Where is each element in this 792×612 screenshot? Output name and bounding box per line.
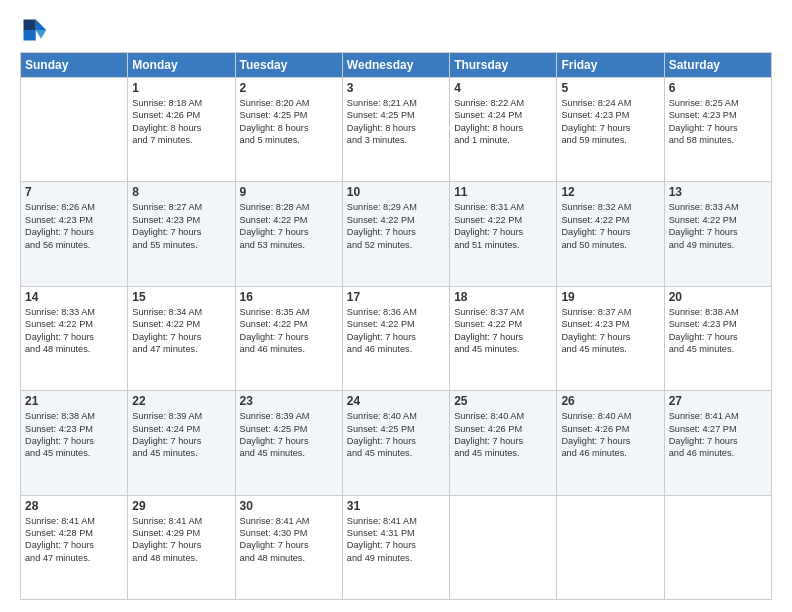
day-number: 9 [240, 185, 338, 199]
day-number: 8 [132, 185, 230, 199]
day-info: Sunrise: 8:35 AMSunset: 4:22 PMDaylight:… [240, 306, 338, 356]
calendar-cell: 14Sunrise: 8:33 AMSunset: 4:22 PMDayligh… [21, 286, 128, 390]
day-number: 10 [347, 185, 445, 199]
calendar-cell: 21Sunrise: 8:38 AMSunset: 4:23 PMDayligh… [21, 391, 128, 495]
calendar-cell: 25Sunrise: 8:40 AMSunset: 4:26 PMDayligh… [450, 391, 557, 495]
day-number: 2 [240, 81, 338, 95]
svg-rect-2 [24, 20, 36, 31]
day-info: Sunrise: 8:25 AMSunset: 4:23 PMDaylight:… [669, 97, 767, 147]
day-info: Sunrise: 8:32 AMSunset: 4:22 PMDaylight:… [561, 201, 659, 251]
calendar-cell: 16Sunrise: 8:35 AMSunset: 4:22 PMDayligh… [235, 286, 342, 390]
day-number: 25 [454, 394, 552, 408]
day-info: Sunrise: 8:24 AMSunset: 4:23 PMDaylight:… [561, 97, 659, 147]
day-number: 29 [132, 499, 230, 513]
header [20, 16, 772, 44]
calendar-cell: 30Sunrise: 8:41 AMSunset: 4:30 PMDayligh… [235, 495, 342, 599]
weekday-header-row: SundayMondayTuesdayWednesdayThursdayFrid… [21, 53, 772, 78]
day-number: 23 [240, 394, 338, 408]
calendar-week-4: 21Sunrise: 8:38 AMSunset: 4:23 PMDayligh… [21, 391, 772, 495]
calendar-cell: 6Sunrise: 8:25 AMSunset: 4:23 PMDaylight… [664, 78, 771, 182]
day-info: Sunrise: 8:34 AMSunset: 4:22 PMDaylight:… [132, 306, 230, 356]
day-info: Sunrise: 8:36 AMSunset: 4:22 PMDaylight:… [347, 306, 445, 356]
day-info: Sunrise: 8:41 AMSunset: 4:27 PMDaylight:… [669, 410, 767, 460]
calendar-cell: 18Sunrise: 8:37 AMSunset: 4:22 PMDayligh… [450, 286, 557, 390]
calendar: SundayMondayTuesdayWednesdayThursdayFrid… [20, 52, 772, 600]
weekday-header-tuesday: Tuesday [235, 53, 342, 78]
calendar-cell: 20Sunrise: 8:38 AMSunset: 4:23 PMDayligh… [664, 286, 771, 390]
day-info: Sunrise: 8:37 AMSunset: 4:22 PMDaylight:… [454, 306, 552, 356]
calendar-cell: 28Sunrise: 8:41 AMSunset: 4:28 PMDayligh… [21, 495, 128, 599]
weekday-header-wednesday: Wednesday [342, 53, 449, 78]
calendar-cell: 3Sunrise: 8:21 AMSunset: 4:25 PMDaylight… [342, 78, 449, 182]
day-number: 14 [25, 290, 123, 304]
day-number: 26 [561, 394, 659, 408]
logo [20, 16, 52, 44]
day-number: 1 [132, 81, 230, 95]
day-number: 19 [561, 290, 659, 304]
svg-rect-3 [24, 30, 36, 41]
day-info: Sunrise: 8:33 AMSunset: 4:22 PMDaylight:… [669, 201, 767, 251]
calendar-cell: 7Sunrise: 8:26 AMSunset: 4:23 PMDaylight… [21, 182, 128, 286]
calendar-cell: 11Sunrise: 8:31 AMSunset: 4:22 PMDayligh… [450, 182, 557, 286]
day-number: 11 [454, 185, 552, 199]
day-number: 20 [669, 290, 767, 304]
day-info: Sunrise: 8:38 AMSunset: 4:23 PMDaylight:… [669, 306, 767, 356]
day-info: Sunrise: 8:28 AMSunset: 4:22 PMDaylight:… [240, 201, 338, 251]
day-number: 18 [454, 290, 552, 304]
day-info: Sunrise: 8:26 AMSunset: 4:23 PMDaylight:… [25, 201, 123, 251]
day-info: Sunrise: 8:27 AMSunset: 4:23 PMDaylight:… [132, 201, 230, 251]
day-number: 27 [669, 394, 767, 408]
day-info: Sunrise: 8:37 AMSunset: 4:23 PMDaylight:… [561, 306, 659, 356]
day-info: Sunrise: 8:41 AMSunset: 4:30 PMDaylight:… [240, 515, 338, 565]
day-number: 6 [669, 81, 767, 95]
day-info: Sunrise: 8:40 AMSunset: 4:26 PMDaylight:… [561, 410, 659, 460]
calendar-cell: 9Sunrise: 8:28 AMSunset: 4:22 PMDaylight… [235, 182, 342, 286]
calendar-cell: 8Sunrise: 8:27 AMSunset: 4:23 PMDaylight… [128, 182, 235, 286]
calendar-cell: 26Sunrise: 8:40 AMSunset: 4:26 PMDayligh… [557, 391, 664, 495]
day-info: Sunrise: 8:29 AMSunset: 4:22 PMDaylight:… [347, 201, 445, 251]
day-number: 15 [132, 290, 230, 304]
calendar-body: 1Sunrise: 8:18 AMSunset: 4:26 PMDaylight… [21, 78, 772, 600]
calendar-cell: 19Sunrise: 8:37 AMSunset: 4:23 PMDayligh… [557, 286, 664, 390]
day-info: Sunrise: 8:33 AMSunset: 4:22 PMDaylight:… [25, 306, 123, 356]
day-info: Sunrise: 8:41 AMSunset: 4:28 PMDaylight:… [25, 515, 123, 565]
svg-marker-1 [36, 30, 47, 39]
weekday-header-saturday: Saturday [664, 53, 771, 78]
calendar-cell [664, 495, 771, 599]
day-info: Sunrise: 8:20 AMSunset: 4:25 PMDaylight:… [240, 97, 338, 147]
calendar-cell: 2Sunrise: 8:20 AMSunset: 4:25 PMDaylight… [235, 78, 342, 182]
day-info: Sunrise: 8:41 AMSunset: 4:31 PMDaylight:… [347, 515, 445, 565]
calendar-cell: 4Sunrise: 8:22 AMSunset: 4:24 PMDaylight… [450, 78, 557, 182]
calendar-cell: 12Sunrise: 8:32 AMSunset: 4:22 PMDayligh… [557, 182, 664, 286]
day-info: Sunrise: 8:31 AMSunset: 4:22 PMDaylight:… [454, 201, 552, 251]
day-info: Sunrise: 8:38 AMSunset: 4:23 PMDaylight:… [25, 410, 123, 460]
calendar-cell [557, 495, 664, 599]
calendar-cell: 10Sunrise: 8:29 AMSunset: 4:22 PMDayligh… [342, 182, 449, 286]
day-number: 13 [669, 185, 767, 199]
day-number: 28 [25, 499, 123, 513]
calendar-week-5: 28Sunrise: 8:41 AMSunset: 4:28 PMDayligh… [21, 495, 772, 599]
day-number: 16 [240, 290, 338, 304]
calendar-week-2: 7Sunrise: 8:26 AMSunset: 4:23 PMDaylight… [21, 182, 772, 286]
calendar-cell: 13Sunrise: 8:33 AMSunset: 4:22 PMDayligh… [664, 182, 771, 286]
day-number: 24 [347, 394, 445, 408]
day-number: 22 [132, 394, 230, 408]
day-number: 3 [347, 81, 445, 95]
calendar-week-1: 1Sunrise: 8:18 AMSunset: 4:26 PMDaylight… [21, 78, 772, 182]
calendar-cell: 31Sunrise: 8:41 AMSunset: 4:31 PMDayligh… [342, 495, 449, 599]
calendar-cell [450, 495, 557, 599]
calendar-week-3: 14Sunrise: 8:33 AMSunset: 4:22 PMDayligh… [21, 286, 772, 390]
day-number: 4 [454, 81, 552, 95]
day-number: 31 [347, 499, 445, 513]
logo-icon [20, 16, 48, 44]
calendar-cell: 27Sunrise: 8:41 AMSunset: 4:27 PMDayligh… [664, 391, 771, 495]
day-number: 5 [561, 81, 659, 95]
calendar-cell: 24Sunrise: 8:40 AMSunset: 4:25 PMDayligh… [342, 391, 449, 495]
calendar-cell [21, 78, 128, 182]
calendar-cell: 5Sunrise: 8:24 AMSunset: 4:23 PMDaylight… [557, 78, 664, 182]
weekday-header-thursday: Thursday [450, 53, 557, 78]
day-number: 12 [561, 185, 659, 199]
day-info: Sunrise: 8:21 AMSunset: 4:25 PMDaylight:… [347, 97, 445, 147]
day-info: Sunrise: 8:41 AMSunset: 4:29 PMDaylight:… [132, 515, 230, 565]
day-number: 7 [25, 185, 123, 199]
